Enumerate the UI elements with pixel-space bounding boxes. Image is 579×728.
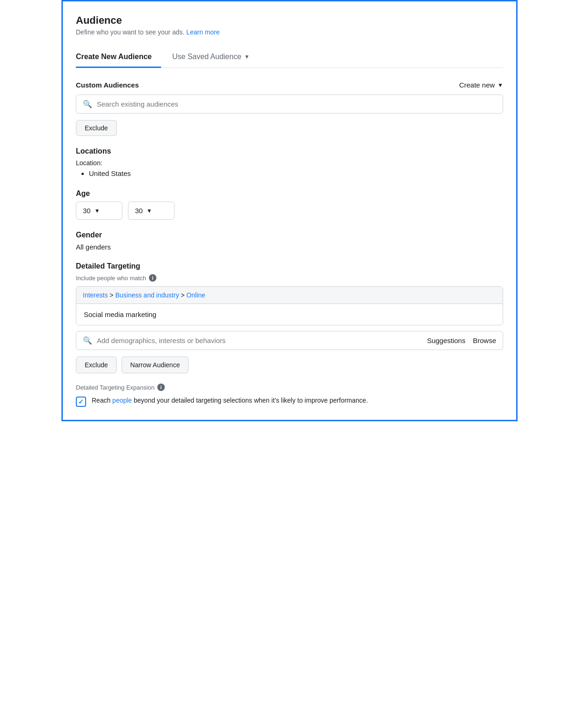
age-to-arrow-icon: ▼ [147,208,152,214]
checkmark-icon: ✓ [78,398,84,405]
targeting-search-input[interactable] [97,337,422,344]
search-box: 🔍 [76,94,503,114]
create-new-arrow-icon: ▼ [498,82,503,88]
age-from-value: 30 [83,207,91,215]
locations-section: Locations Location: United States [76,147,503,178]
learn-more-link[interactable]: Learn more [186,28,220,36]
expansion-info-icon[interactable]: i [157,384,165,391]
include-label-text: Include people who match [76,275,146,282]
age-from-arrow-icon: ▼ [94,208,100,214]
locations-title: Locations [76,147,503,155]
breadcrumb-sep1: > [108,291,115,299]
tab-create-new[interactable]: Create New Audience [76,47,161,68]
gender-value: All genders [76,243,503,251]
age-title: Age [76,189,503,198]
page-subtitle: Define who you want to see your ads. Lea… [76,28,503,36]
targeting-search-box: 🔍 Suggestions Browse [76,331,503,350]
age-from-dropdown[interactable]: 30 ▼ [76,202,122,220]
search-icon: 🔍 [83,100,92,108]
targeting-exclude-button[interactable]: Exclude [76,357,117,373]
age-to-dropdown[interactable]: 30 ▼ [128,202,175,220]
gender-title: Gender [76,231,503,239]
breadcrumb-interests-link[interactable]: Interests [83,291,108,299]
detailed-targeting-section: Detailed Targeting Include people who ma… [76,262,503,373]
targeting-item: Social media marketing [76,304,503,325]
custom-audiences-label: Custom Audiences [76,81,139,89]
detailed-targeting-title: Detailed Targeting [76,262,503,270]
tab-arrow-icon: ▼ [244,54,250,60]
search-input[interactable] [97,100,496,108]
targeting-search-icon: 🔍 [83,336,92,345]
location-prefix: Location: [76,159,503,167]
tab-use-saved[interactable]: Use Saved Audience ▼ [172,47,259,68]
breadcrumb-business-link[interactable]: Business and industry [115,291,179,299]
age-to-value: 30 [135,207,143,215]
targeting-box: Interests > Business and industry > Onli… [76,286,503,325]
tabs-container: Create New Audience Use Saved Audience ▼ [76,47,503,68]
list-item: United States [89,169,503,178]
custom-audiences-section: Custom Audiences Create new ▼ 🔍 Exclude [76,81,503,147]
targeting-breadcrumb: Interests > Business and industry > Onli… [76,287,503,304]
exclude-button[interactable]: Exclude [76,120,117,136]
info-icon[interactable]: i [149,274,156,282]
page-title: Audience [76,14,503,27]
expansion-text: Reach people beyond your detailed target… [92,396,368,405]
age-section: Age 30 ▼ 30 ▼ [76,189,503,220]
expansion-section: Detailed Targeting Expansion i ✓ Reach p… [76,384,503,407]
location-list: United States [76,169,503,178]
breadcrumb-sep2: > [179,291,187,299]
browse-button[interactable]: Browse [473,337,496,344]
expansion-title: Detailed Targeting Expansion [76,384,155,391]
expansion-checkbox[interactable]: ✓ [76,397,86,407]
gender-section: Gender All genders [76,231,503,251]
narrow-audience-button[interactable]: Narrow Audience [121,357,189,373]
suggestions-button[interactable]: Suggestions [427,337,465,344]
breadcrumb-online-link[interactable]: Online [187,291,205,299]
create-new-button[interactable]: Create new ▼ [459,81,503,89]
